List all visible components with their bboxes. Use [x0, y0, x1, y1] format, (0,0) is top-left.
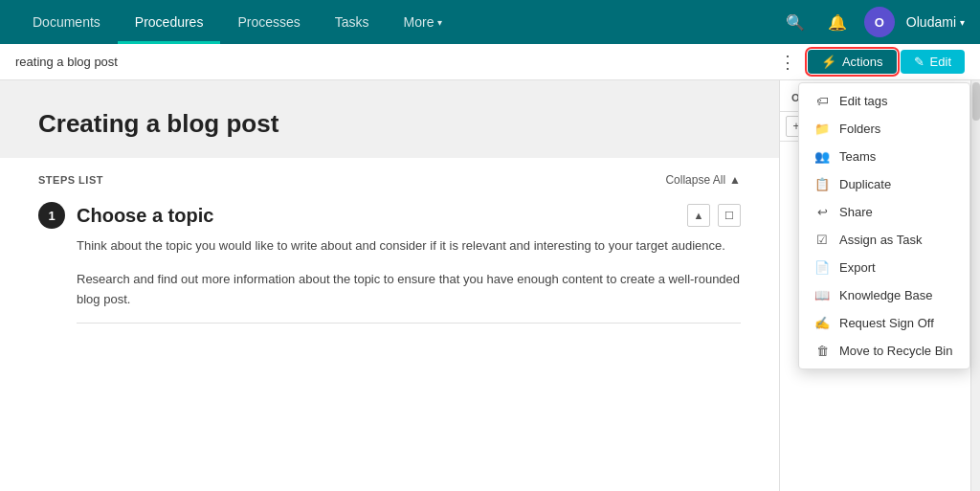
document-header: Creating a blog post	[0, 80, 779, 158]
nav-items: Documents Procedures Processes Tasks Mor…	[15, 0, 780, 44]
nav-item-documents[interactable]: Documents	[15, 0, 118, 44]
dropdown-item-export[interactable]: 📄 Export	[799, 254, 969, 281]
dropdown-overlay: 🏷 Edit tags 📁 Folders 👥 Teams 📋 Duplicat…	[798, 80, 970, 369]
dropdown-item-knowledge-base[interactable]: 📖 Knowledge Base	[799, 281, 969, 309]
step-controls: ▲ ☐	[687, 204, 741, 227]
nav-right: 🔍 🔔 O Oludami ▾	[780, 7, 965, 37]
nav-item-tasks[interactable]: Tasks	[318, 0, 387, 44]
export-icon: 📄	[814, 260, 830, 275]
lightning-icon: ⚡	[821, 55, 836, 69]
notifications-button[interactable]: 🔔	[822, 7, 853, 37]
top-navigation: Documents Procedures Processes Tasks Mor…	[0, 0, 980, 44]
steps-header: STEPS LIST Collapse All ▲	[38, 173, 741, 187]
dropdown-item-teams[interactable]: 👥 Teams	[799, 143, 969, 170]
tag-icon: 🏷	[814, 94, 830, 108]
actions-button[interactable]: ⚡ Actions	[808, 50, 897, 74]
chevron-down-icon: ▾	[960, 17, 965, 28]
dropdown-item-folders[interactable]: 📁 Folders	[799, 115, 969, 143]
steps-section: STEPS LIST Collapse All ▲ 1 Choose a top…	[0, 158, 779, 339]
document-content: Creating a blog post STEPS LIST Collapse…	[0, 80, 779, 491]
edit-icon: ✎	[914, 55, 924, 69]
more-options-button[interactable]: ⋮	[771, 48, 804, 77]
breadcrumb-bar: reating a blog post ⋮ ⚡ Actions ✎ Edit	[0, 44, 980, 80]
avatar: O	[864, 7, 895, 37]
breadcrumb-actions: ⋮ ⚡ Actions ✎ Edit	[771, 48, 965, 77]
sign-off-icon: ✍	[814, 316, 830, 330]
search-button[interactable]: 🔍	[780, 7, 811, 37]
step-paragraph-2: Research and find out more information a…	[77, 270, 741, 310]
document-title: Creating a blog post	[38, 109, 741, 139]
main-area: Creating a blog post STEPS LIST Collapse…	[0, 80, 980, 491]
duplicate-icon: 📋	[814, 177, 830, 191]
teams-icon: 👥	[814, 149, 830, 164]
chevron-up-icon: ▲	[729, 173, 741, 187]
chevron-down-icon: ▾	[437, 17, 442, 28]
user-menu[interactable]: Oludami ▾	[906, 14, 965, 30]
dropdown-item-share[interactable]: ↩ Share	[799, 198, 969, 226]
dropdown-item-request-sign-off[interactable]: ✍ Request Sign Off	[799, 309, 969, 337]
actions-dropdown-menu: 🏷 Edit tags 📁 Folders 👥 Teams 📋 Duplicat…	[798, 82, 970, 369]
step-title-row: 1 Choose a topic ▲ ☐	[38, 202, 741, 229]
nav-item-processes[interactable]: Processes	[220, 0, 317, 44]
dropdown-item-move-recycle[interactable]: 🗑 Move to Recycle Bin	[799, 337, 969, 365]
dropdown-item-assign-task[interactable]: ☑ Assign as Task	[799, 226, 969, 254]
dropdown-item-duplicate[interactable]: 📋 Duplicate	[799, 170, 969, 198]
step-title-1: Choose a topic	[77, 205, 676, 227]
knowledge-base-icon: 📖	[814, 288, 830, 302]
breadcrumb: reating a blog post	[15, 55, 118, 69]
step-paragraph-1: Think about the topic you would like to …	[77, 236, 741, 257]
scrollbar-thumb[interactable]	[972, 82, 980, 121]
share-icon: ↩	[814, 205, 830, 219]
nav-item-procedures[interactable]: Procedures	[118, 0, 221, 44]
recycle-bin-icon: 🗑	[814, 344, 830, 358]
edit-button[interactable]: ✎ Edit	[901, 50, 965, 74]
scrollbar[interactable]	[970, 80, 980, 491]
folder-icon: 📁	[814, 122, 830, 136]
step-item-1: 1 Choose a topic ▲ ☐ Think about the top…	[38, 202, 741, 309]
step-number-1: 1	[38, 202, 65, 229]
dropdown-item-edit-tags[interactable]: 🏷 Edit tags	[799, 87, 969, 115]
steps-list-label: STEPS LIST	[38, 174, 103, 186]
step-body-1: Think about the topic you would like to …	[38, 236, 741, 309]
step-collapse-button[interactable]: ▲	[687, 204, 710, 227]
nav-item-more[interactable]: More ▾	[387, 0, 460, 44]
collapse-all-button[interactable]: Collapse All ▲	[665, 173, 741, 187]
task-icon: ☑	[814, 233, 830, 247]
step-menu-button[interactable]: ☐	[718, 204, 741, 227]
